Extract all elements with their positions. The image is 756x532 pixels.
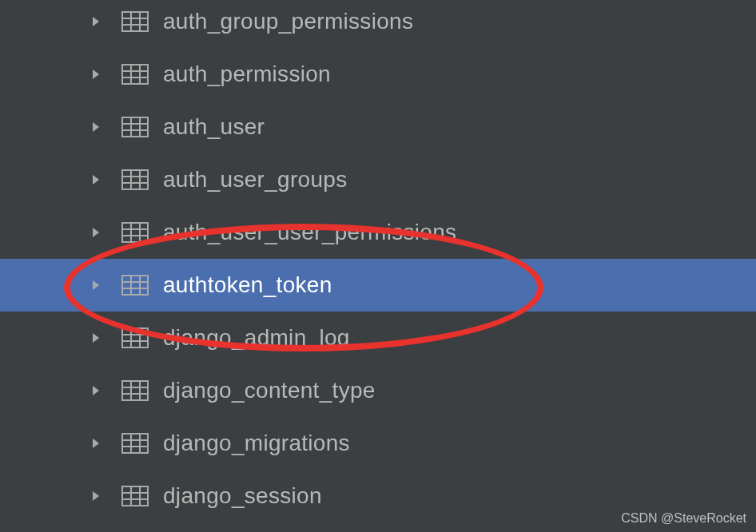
tree-item-auth-user-user-permissions[interactable]: auth_user_user_permissions	[0, 206, 756, 259]
watermark-text: CSDN @SteveRocket	[621, 511, 746, 526]
svg-rect-50	[122, 486, 148, 506]
tree-item-django-admin-log[interactable]: django_admin_log	[0, 312, 756, 364]
tree-item-label: django_session	[163, 483, 322, 509]
svg-rect-15	[122, 117, 148, 137]
svg-rect-45	[122, 434, 148, 453]
expand-right-icon[interactable]	[88, 488, 104, 504]
tree-item-label: auth_user_groups	[163, 167, 348, 193]
svg-rect-20	[122, 170, 148, 189]
expand-right-icon[interactable]	[88, 383, 104, 399]
expand-right-icon[interactable]	[88, 172, 104, 188]
tree-item-label: auth_user	[163, 114, 265, 140]
svg-rect-10	[122, 65, 148, 84]
svg-rect-40	[122, 381, 148, 400]
tree-item-label: auth_group_permissions	[163, 9, 413, 34]
table-icon	[121, 486, 149, 506]
expand-right-icon[interactable]	[88, 66, 104, 82]
tree-item-auth-permission[interactable]: auth_permission	[0, 48, 756, 101]
svg-rect-5	[122, 12, 148, 31]
tree-item-label: django_migrations	[163, 431, 350, 456]
svg-rect-25	[122, 223, 148, 242]
svg-rect-35	[122, 328, 148, 347]
table-icon	[121, 117, 149, 137]
table-icon	[121, 380, 149, 401]
tree-item-django-content-type[interactable]: django_content_type	[0, 364, 756, 417]
table-icon	[121, 11, 149, 32]
tree-item-label: auth_user_user_permissions	[163, 220, 456, 245]
tree-item-label: authtoken_token	[163, 272, 332, 298]
svg-rect-30	[122, 276, 148, 295]
tree-item-django-migrations[interactable]: django_migrations	[0, 417, 756, 470]
table-icon	[121, 222, 149, 243]
tree-item-auth-user-groups[interactable]: auth_user_groups	[0, 153, 756, 206]
database-table-tree: auth_group auth_group_permissions	[0, 0, 756, 522]
tree-item-label: auth_permission	[163, 62, 331, 87]
expand-right-icon[interactable]	[88, 435, 104, 451]
table-icon	[121, 328, 149, 348]
table-icon	[121, 275, 149, 296]
tree-item-auth-user[interactable]: auth_user	[0, 101, 756, 153]
tree-item-label: django_content_type	[163, 378, 376, 403]
table-icon	[121, 169, 149, 190]
tree-item-label: django_admin_log	[163, 325, 350, 351]
expand-right-icon[interactable]	[88, 330, 104, 346]
expand-right-icon[interactable]	[88, 277, 104, 293]
expand-right-icon[interactable]	[88, 14, 104, 30]
tree-item-authtoken-token[interactable]: authtoken_token	[0, 259, 756, 312]
table-icon	[121, 64, 149, 85]
table-icon	[121, 433, 149, 454]
tree-item-auth-group-permissions[interactable]: auth_group_permissions	[0, 0, 756, 48]
expand-right-icon[interactable]	[88, 224, 104, 240]
expand-right-icon[interactable]	[88, 119, 104, 135]
